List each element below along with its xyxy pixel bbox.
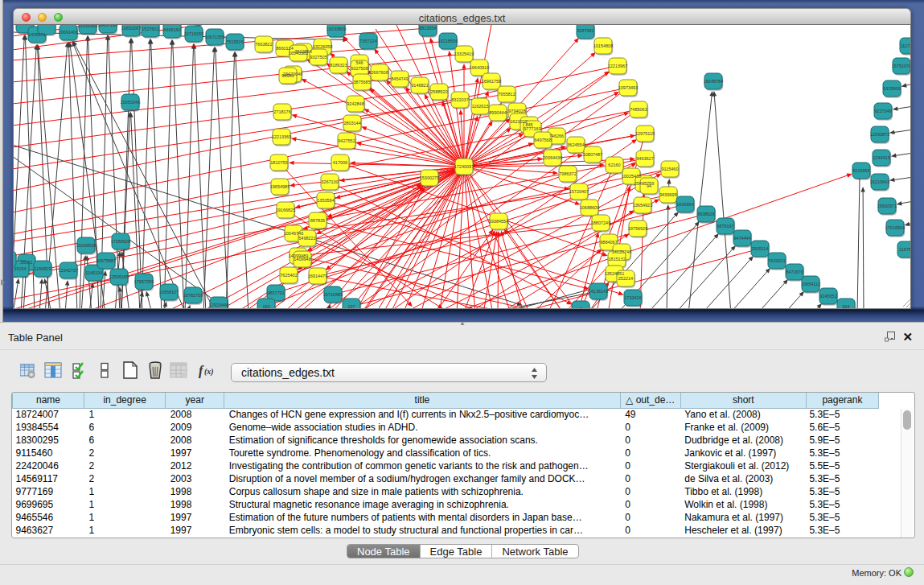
svg-text:98961: 98961 (281, 73, 294, 78)
svg-text:1815132: 1815132 (608, 257, 625, 262)
svg-text:20364436: 20364436 (543, 155, 562, 160)
svg-text:9245652: 9245652 (819, 294, 836, 299)
svg-text:6466160: 6466160 (163, 27, 180, 32)
svg-text:15720407: 15720407 (569, 189, 589, 194)
svg-text:21031958: 21031958 (78, 25, 97, 28)
svg-text:(x): (x) (204, 367, 214, 377)
svg-text:9329966: 9329966 (883, 86, 900, 91)
svg-text:10973493: 10973493 (618, 85, 638, 90)
svg-text:16210643: 16210643 (870, 179, 889, 184)
svg-text:20691406: 20691406 (59, 30, 78, 35)
svg-text:15716485: 15716485 (323, 292, 343, 297)
svg-text:1156829: 1156829 (34, 266, 51, 271)
svg-text:8938928: 8938928 (697, 212, 714, 216)
svg-text:7663822: 7663822 (255, 42, 272, 47)
svg-text:1733426: 1733426 (624, 295, 641, 300)
svg-text:7986372: 7986372 (559, 171, 576, 176)
svg-text:10719155: 10719155 (184, 31, 203, 36)
svg-text:19756928: 19756928 (628, 226, 647, 231)
svg-text:9857791: 9857791 (267, 290, 284, 295)
svg-text:20206538: 20206538 (76, 243, 96, 248)
svg-text:8454749: 8454749 (391, 76, 408, 81)
svg-text:16640910: 16640910 (470, 65, 489, 70)
svg-text:8813054: 8813054 (419, 26, 436, 31)
svg-text:6879197: 6879197 (717, 224, 733, 229)
svg-text:14120746: 14120746 (612, 249, 631, 254)
svg-text:153: 153 (262, 304, 269, 308)
svg-text:417006: 417006 (333, 160, 347, 165)
svg-text:18807249: 18807249 (591, 220, 610, 225)
svg-text:252214: 252214 (618, 276, 633, 281)
svg-text:2935114: 2935114 (751, 246, 768, 251)
svg-text:9463627: 9463627 (636, 156, 653, 161)
svg-text:924: 924 (842, 304, 849, 308)
svg-text:10807487: 10807487 (583, 152, 602, 157)
svg-text:62160: 62160 (608, 163, 620, 167)
svg-text:17016504: 17016504 (885, 225, 905, 230)
svg-text:17240097: 17240097 (454, 164, 474, 169)
svg-text:8471676: 8471676 (786, 270, 803, 274)
svg-text:16543382: 16543382 (289, 51, 308, 56)
svg-text:19384554: 19384554 (489, 219, 508, 224)
svg-text:16033809: 16033809 (326, 27, 346, 31)
svg-text:3875685: 3875685 (353, 80, 370, 84)
svg-text:6497568: 6497568 (534, 138, 551, 142)
svg-text:19654985: 19654985 (270, 184, 290, 189)
svg-text:19218506: 19218506 (438, 39, 458, 43)
svg-text:12213967: 12213967 (608, 64, 627, 68)
svg-text:157: 157 (347, 304, 355, 308)
svg-text:7515526: 7515526 (226, 39, 243, 44)
svg-text:9242848: 9242848 (347, 101, 363, 106)
svg-text:18457190: 18457190 (98, 25, 117, 27)
svg-text:9699695: 9699695 (659, 192, 676, 197)
svg-text:90975887: 90975887 (97, 258, 116, 263)
svg-text:887835: 887835 (310, 218, 325, 223)
svg-text:16914479: 16914479 (308, 274, 327, 278)
svg-text:1244415: 1244415 (873, 155, 889, 160)
svg-text:9327508: 9327508 (351, 66, 368, 71)
svg-text:16648784: 16648784 (704, 79, 723, 84)
svg-text:9884067: 9884067 (600, 240, 617, 245)
svg-text:12505185: 12505185 (109, 274, 129, 279)
svg-text:7485063: 7485063 (630, 107, 647, 112)
svg-text:13226058: 13226058 (313, 44, 332, 49)
svg-text:10653267: 10653267 (121, 26, 141, 31)
svg-text:8990444: 8990444 (489, 110, 506, 115)
svg-text:9227349: 9227349 (874, 109, 891, 113)
svg-text:20053346: 20053346 (121, 100, 140, 105)
svg-text:9146821: 9146821 (411, 83, 428, 88)
svg-text:1810755: 1810755 (270, 160, 287, 165)
svg-text:12213369: 12213369 (272, 134, 291, 139)
svg-text:9115460: 9115460 (661, 167, 678, 171)
svg-text:7955812: 7955812 (498, 92, 515, 97)
svg-text:1145194: 1145194 (85, 270, 102, 275)
svg-text:15300275: 15300275 (420, 175, 439, 180)
svg-text:1162615: 1162615 (471, 104, 488, 109)
svg-text:17359928: 17359928 (111, 239, 130, 244)
svg-text:1353594: 1353594 (317, 198, 334, 203)
svg-text:8322037: 8322037 (451, 97, 468, 102)
svg-text:3624554: 3624554 (567, 142, 584, 147)
svg-text:13654923: 13654923 (633, 203, 652, 208)
svg-text:35061: 35061 (20, 260, 32, 265)
svg-text:15692971: 15692971 (877, 204, 897, 208)
svg-text:2803144: 2803144 (343, 121, 360, 126)
svg-text:2667608: 2667608 (371, 70, 388, 75)
svg-text:9794028: 9794028 (508, 109, 525, 113)
svg-text:9327505: 9327505 (310, 55, 326, 60)
svg-text:8: 8 (579, 307, 581, 308)
svg-text:39154: 39154 (14, 266, 26, 271)
svg-text:1640954: 1640954 (676, 202, 693, 207)
svg-text:16782759: 16782759 (183, 293, 203, 298)
svg-text:3267130: 3267130 (321, 179, 338, 184)
svg-text:12342737: 12342737 (59, 268, 78, 273)
svg-text:2087682: 2087682 (577, 28, 593, 33)
svg-text:116753: 116753 (899, 247, 911, 252)
svg-text:7625402: 7625402 (280, 273, 297, 278)
svg-text:7632621: 7632621 (768, 258, 785, 263)
svg-text:17957255: 17957255 (134, 279, 154, 284)
svg-text:546: 546 (355, 60, 363, 65)
svg-text:8215955: 8215955 (852, 168, 869, 173)
svg-text:9427552: 9427552 (338, 138, 355, 143)
svg-text:10154808: 10154808 (593, 43, 613, 48)
